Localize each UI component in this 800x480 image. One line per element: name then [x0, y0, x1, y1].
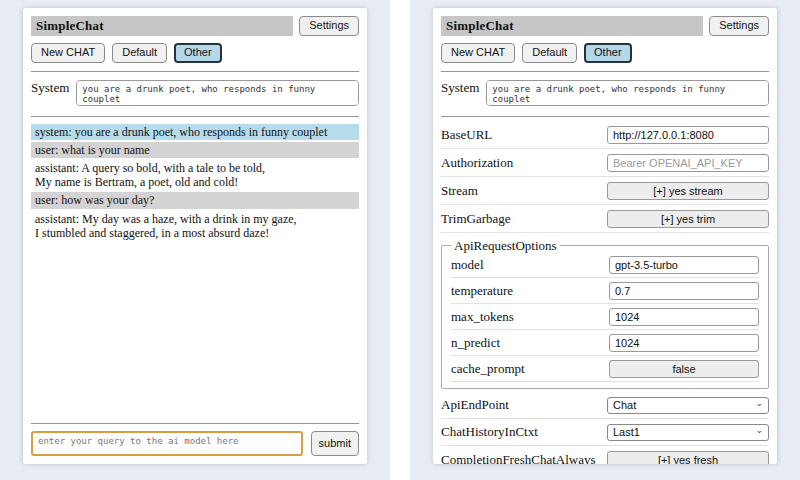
chat-history-in-ctxt-select[interactable]: Last1 ⌄	[607, 424, 769, 441]
api-endpoint-selected-option: Chat	[613, 399, 636, 411]
temperature-input[interactable]	[609, 282, 759, 300]
system-row: System you are a drunk poet, who respond…	[441, 80, 769, 106]
trimgarbage-toggle-button[interactable]: [+] yes trim	[607, 210, 769, 228]
cache-prompt-label: cache_prompt	[451, 361, 525, 377]
settings-panel: SimpleChat Settings New CHAT Default Oth…	[433, 8, 777, 464]
system-label: System	[441, 80, 479, 96]
system-prompt-input[interactable]: you are a drunk poet, who responds in fu…	[76, 80, 359, 106]
chat-history: system: you are a drunk poet, who respon…	[31, 124, 359, 243]
chat-history-in-ctxt-label: ChatHistoryInCtxt	[441, 424, 538, 440]
query-input[interactable]	[31, 431, 303, 456]
setting-row-authorization: Authorization	[441, 151, 769, 177]
setting-row-max-tokens: max_tokens	[451, 306, 759, 330]
system-row: System you are a drunk poet, who respond…	[31, 80, 359, 106]
session-row: New CHAT Default Other	[31, 43, 359, 63]
session-default-button[interactable]: Default	[522, 43, 577, 63]
title-bar: SimpleChat Settings	[441, 16, 769, 36]
setting-row-baseurl: BaseURL	[441, 123, 769, 149]
baseurl-input[interactable]	[607, 126, 769, 144]
system-label: System	[31, 80, 69, 96]
n-predict-label: n_predict	[451, 335, 500, 351]
chat-screen: SimpleChat Settings New CHAT Default Oth…	[0, 0, 390, 480]
authorization-input[interactable]	[607, 154, 769, 172]
chat-panel: SimpleChat Settings New CHAT Default Oth…	[23, 8, 367, 464]
app-title: SimpleChat	[441, 16, 703, 36]
app-title: SimpleChat	[31, 16, 293, 36]
title-bar: SimpleChat Settings	[31, 16, 359, 36]
session-default-button[interactable]: Default	[112, 43, 167, 63]
chat-message-user: user: what is your name	[31, 142, 359, 158]
api-endpoint-select[interactable]: Chat ⌄	[607, 397, 769, 414]
settings-button[interactable]: Settings	[299, 16, 359, 36]
settings-screen: SimpleChat Settings New CHAT Default Oth…	[410, 0, 800, 480]
authorization-label: Authorization	[441, 155, 513, 171]
trimgarbage-label: TrimGarbage	[441, 211, 511, 227]
session-row: New CHAT Default Other	[441, 43, 769, 63]
divider	[31, 423, 359, 424]
setting-row-temperature: temperature	[451, 280, 759, 304]
setting-row-completion-fresh-chat: CompletionFreshChatAlways [+] yes fresh	[441, 448, 769, 464]
divider	[441, 116, 769, 117]
query-area: submit	[31, 420, 359, 456]
setting-row-api-endpoint: ApiEndPoint Chat ⌄	[441, 394, 769, 419]
setting-row-cache-prompt: cache_prompt false	[451, 358, 759, 382]
stream-toggle-button[interactable]: [+] yes stream	[607, 182, 769, 200]
setting-row-trimgarbage: TrimGarbage [+] yes trim	[441, 207, 769, 233]
submit-button[interactable]: submit	[311, 431, 359, 456]
completion-fresh-chat-label: CompletionFreshChatAlways	[441, 452, 596, 464]
query-row: submit	[31, 431, 359, 456]
session-other-button[interactable]: Other	[174, 43, 222, 63]
max-tokens-input[interactable]	[609, 308, 759, 326]
n-predict-input[interactable]	[609, 334, 759, 352]
divider	[31, 71, 359, 72]
chat-history-selected-option: Last1	[613, 426, 640, 438]
model-label: model	[451, 257, 484, 273]
chat-message-assistant: assistant: A query so bold, with a tale …	[31, 160, 359, 190]
divider	[441, 71, 769, 72]
max-tokens-label: max_tokens	[451, 309, 514, 325]
divider	[31, 116, 359, 117]
session-other-button[interactable]: Other	[584, 43, 632, 63]
settings-button[interactable]: Settings	[709, 16, 769, 36]
page: SimpleChat Settings New CHAT Default Oth…	[0, 0, 800, 480]
api-request-options-legend: ApiRequestOptions	[451, 238, 560, 254]
setting-row-model: model	[451, 254, 759, 278]
completion-fresh-chat-toggle-button[interactable]: [+] yes fresh	[607, 451, 769, 464]
api-request-options-fieldset: ApiRequestOptions model temperature max_…	[441, 238, 769, 389]
new-chat-button[interactable]: New CHAT	[31, 43, 105, 63]
setting-row-n-predict: n_predict	[451, 332, 759, 356]
chevron-down-icon: ⌄	[755, 399, 763, 408]
chevron-down-icon: ⌄	[755, 426, 763, 435]
settings-list: BaseURL Authorization Stream [+] yes str…	[441, 123, 769, 464]
stream-label: Stream	[441, 183, 478, 199]
baseurl-label: BaseURL	[441, 127, 492, 143]
api-endpoint-label: ApiEndPoint	[441, 397, 509, 413]
chat-message-assistant: assistant: My day was a haze, with a dri…	[31, 211, 359, 241]
chat-message-system: system: you are a drunk poet, who respon…	[31, 124, 359, 140]
setting-row-stream: Stream [+] yes stream	[441, 179, 769, 205]
chat-message-user: user: how was your day?	[31, 192, 359, 208]
system-prompt-input[interactable]: you are a drunk poet, who responds in fu…	[486, 80, 769, 106]
cache-prompt-toggle-button[interactable]: false	[609, 360, 759, 378]
new-chat-button[interactable]: New CHAT	[441, 43, 515, 63]
temperature-label: temperature	[451, 283, 513, 299]
setting-row-chat-history-in-ctxt: ChatHistoryInCtxt Last1 ⌄	[441, 421, 769, 446]
model-input[interactable]	[609, 256, 759, 274]
